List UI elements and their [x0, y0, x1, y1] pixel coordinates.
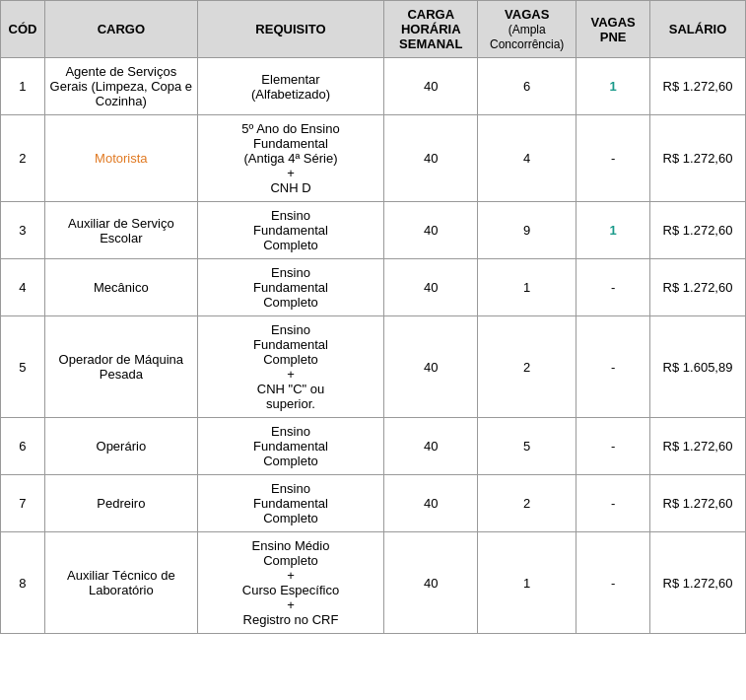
table-body: 1Agente de Serviços Gerais (Limpeza, Cop… [1, 58, 746, 634]
table-header-row: CÓD CARGO REQUISITO CARGA HORÁRIA SEMANA… [1, 1, 746, 58]
table-row: 2Motorista5º Ano do EnsinoFundamental(An… [1, 115, 746, 202]
cell-requisito: Ensino MédioCompleto+Curso Específico+Re… [197, 532, 384, 634]
cell-vagas: 2 [478, 316, 576, 418]
table-row: 6OperárioEnsinoFundamentalCompleto405-R$… [1, 418, 746, 475]
cell-carga-horaria: 40 [384, 418, 478, 475]
cell-cargo: Operador de Máquina Pesada [44, 316, 197, 418]
cell-requisito: EnsinoFundamentalCompleto [197, 418, 384, 475]
header-requisito: REQUISITO [197, 1, 384, 58]
cell-salario: R$ 1.272,60 [650, 115, 746, 202]
cell-carga-horaria: 40 [384, 532, 478, 634]
cell-cod: 5 [1, 316, 45, 418]
table-row: 7PedreiroEnsinoFundamentalCompleto402-R$… [1, 475, 746, 532]
main-table-container: CÓD CARGO REQUISITO CARGA HORÁRIA SEMANA… [0, 0, 746, 634]
cell-requisito: EnsinoFundamentalCompleto [197, 202, 384, 259]
cell-cod: 2 [1, 115, 45, 202]
cell-salario: R$ 1.272,60 [650, 532, 746, 634]
cell-cargo: Auxiliar Técnico de Laboratório [44, 532, 197, 634]
cell-salario: R$ 1.605,89 [650, 316, 746, 418]
cell-requisito: Elementar(Alfabetizado) [197, 58, 384, 115]
cell-vagas-pne: - [576, 475, 650, 532]
table-row: 3Auxiliar de Serviço EscolarEnsinoFundam… [1, 202, 746, 259]
cell-cargo: Operário [44, 418, 197, 475]
cell-requisito: EnsinoFundamentalCompleto+CNH "C" ousupe… [197, 316, 384, 418]
cell-vagas: 1 [478, 259, 576, 316]
cell-requisito: EnsinoFundamentalCompleto [197, 259, 384, 316]
cell-vagas: 1 [478, 532, 576, 634]
header-cargo: CARGO [44, 1, 197, 58]
cell-vagas: 2 [478, 475, 576, 532]
cell-salario: R$ 1.272,60 [650, 202, 746, 259]
cell-cargo: Pedreiro [44, 475, 197, 532]
cell-cargo: Motorista [44, 115, 197, 202]
cell-requisito: EnsinoFundamentalCompleto [197, 475, 384, 532]
cell-cargo: Agente de Serviços Gerais (Limpeza, Copa… [44, 58, 197, 115]
table-row: 1Agente de Serviços Gerais (Limpeza, Cop… [1, 58, 746, 115]
cell-cod: 8 [1, 532, 45, 634]
cell-vagas-pne: 1 [576, 202, 650, 259]
cell-vagas: 4 [478, 115, 576, 202]
table-row: 8Auxiliar Técnico de LaboratórioEnsino M… [1, 532, 746, 634]
cell-vagas-pne: - [576, 532, 650, 634]
cell-cod: 6 [1, 418, 45, 475]
cell-vagas: 5 [478, 418, 576, 475]
header-vagas-pne: VAGAS PNE [576, 1, 650, 58]
table-row: 4MecânicoEnsinoFundamentalCompleto401-R$… [1, 259, 746, 316]
header-cod: CÓD [1, 1, 45, 58]
cell-cod: 1 [1, 58, 45, 115]
jobs-table: CÓD CARGO REQUISITO CARGA HORÁRIA SEMANA… [0, 0, 746, 634]
header-vagas: VAGAS (Ampla Concorrência) [478, 1, 576, 58]
cell-vagas-pne: - [576, 115, 650, 202]
cell-vagas-pne: - [576, 259, 650, 316]
cell-salario: R$ 1.272,60 [650, 58, 746, 115]
cell-carga-horaria: 40 [384, 259, 478, 316]
cell-salario: R$ 1.272,60 [650, 475, 746, 532]
cell-vagas: 9 [478, 202, 576, 259]
cell-cargo: Mecânico [44, 259, 197, 316]
cell-salario: R$ 1.272,60 [650, 418, 746, 475]
cell-vagas-pne: - [576, 418, 650, 475]
table-row: 5Operador de Máquina PesadaEnsinoFundame… [1, 316, 746, 418]
cell-carga-horaria: 40 [384, 316, 478, 418]
cell-cod: 4 [1, 259, 45, 316]
header-carga-horaria: CARGA HORÁRIA SEMANAL [384, 1, 478, 58]
cell-carga-horaria: 40 [384, 115, 478, 202]
cell-cargo: Auxiliar de Serviço Escolar [44, 202, 197, 259]
cell-carga-horaria: 40 [384, 58, 478, 115]
cell-vagas-pne: - [576, 316, 650, 418]
cell-carga-horaria: 40 [384, 475, 478, 532]
cell-carga-horaria: 40 [384, 202, 478, 259]
cell-vagas-pne: 1 [576, 58, 650, 115]
cell-requisito: 5º Ano do EnsinoFundamental(Antiga 4ª Sé… [197, 115, 384, 202]
cell-cod: 3 [1, 202, 45, 259]
header-salario: SALÁRIO [650, 1, 746, 58]
cell-cod: 7 [1, 475, 45, 532]
cell-vagas: 6 [478, 58, 576, 115]
cell-salario: R$ 1.272,60 [650, 259, 746, 316]
